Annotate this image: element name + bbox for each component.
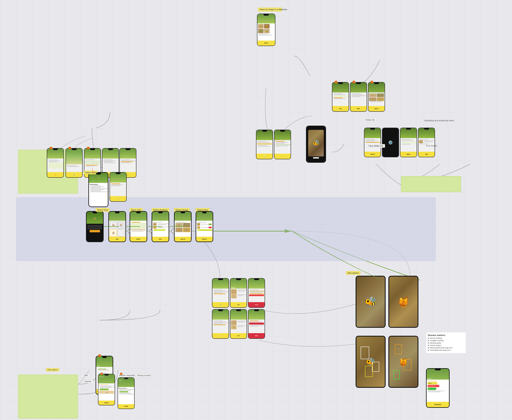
phone-after-click-1: ANALYZE [364, 128, 381, 157]
phone-connector-ua-3 [371, 81, 373, 83]
phone-menu-2: ⚙️ [66, 148, 83, 178]
phone-open-hive: SELECT [130, 211, 147, 242]
phone-upper-analysis-3: 🐝 🐝 🍯 ✓ SELECT [368, 82, 385, 112]
label-pf-filter: Filter [83, 374, 89, 377]
phone-connector-1 [50, 147, 52, 150]
phone-planned-3: Reports Weekly Report SHARE [118, 377, 135, 409]
bee-photo-large-2: 🍯 [388, 276, 418, 328]
label-click-on: #Click On [364, 118, 376, 122]
label-pf-sharing: Sharing & export [136, 374, 151, 377]
phone-bottom-3: WARN [248, 309, 265, 339]
phone-upper-analysis-1: HIVE [332, 82, 349, 112]
label-pf-calendar: Calendar [83, 380, 93, 383]
phone-result-1: RESULT [400, 128, 417, 157]
phone-final-results: Analysis Disease results Low risk Varroa… [426, 368, 450, 408]
phone-analysis-1: 📊 [256, 130, 273, 159]
phone-select-analysis: 🐝 🍯 NEXT [152, 211, 169, 242]
analysis-results-panel: Disease markers Varroa marking Fungible … [426, 332, 466, 353]
label-select-image-top: Select an image or a slideshow [258, 8, 282, 11]
phone-upper-analysis-2: NEXT [350, 82, 367, 112]
phone-connector-ua-1 [334, 81, 337, 83]
phone-beekeeping-main: 🐝 Beekeeping [89, 172, 108, 207]
bee-photo-large-1: 🐝 [356, 276, 386, 328]
three-clicks-section [16, 197, 436, 261]
phone-menu-1: 🔥 [47, 148, 64, 178]
phone-profile-1: ⚙️ [212, 278, 229, 308]
phone-connector-pf-1 [98, 354, 101, 357]
bee-detected-photo-2: 🍯 dd dd [388, 336, 418, 388]
phone-connector-ua-2 [352, 81, 355, 83]
phone-planned-2: BeeHive Pro Analysis History 📊 Chart HIS… [98, 374, 115, 405]
phone-result-2: 🐝 VIEW [418, 128, 435, 157]
planned-features-box [18, 375, 78, 419]
label-add-options: Add options [346, 271, 360, 275]
phone-three-result: 🐝 🍯 RESULTS [196, 211, 213, 242]
phone-login: 🐝 [86, 211, 104, 242]
phone-image-gallery: 🐝 🍯 🌿 🐝 SELECT [257, 14, 275, 46]
phone-connector-3 [87, 147, 89, 150]
steps-analysing-box [401, 176, 461, 192]
phone-loading: ⚙️ [382, 128, 399, 157]
phone-hive-list-2: BeeHives 🏠 🏠 LIST [230, 278, 247, 308]
phone-connector-pf-3 [120, 373, 122, 375]
phone-bee-photo-large: 🐝 [306, 126, 326, 163]
label-if-no-image: If no image [426, 144, 437, 147]
phone-bottom-2: 🏠 🐝 LIST [230, 309, 247, 339]
phone-beekeeping-2: 🔍 [110, 172, 126, 202]
label-click-analyze: Click ANALYZE [367, 144, 385, 148]
phone-analysis-results: ALERT [248, 278, 265, 308]
phone-connector-pf-2 [100, 373, 103, 375]
phone-analysis-2: ✓ [274, 130, 291, 159]
bee-detected-photo-1: 🐝 [356, 336, 386, 388]
phone-select-image: 🐝 🐝 🍯 ✓ ANALYZE [174, 211, 192, 242]
label-three-select-hive: Select Hive [96, 208, 110, 212]
label-uploading: Uploading and analyzing starts [424, 119, 454, 122]
phone-connector-2 [68, 147, 71, 150]
label-filter-options: Filter options [46, 368, 59, 371]
phone-bottom-1: 📋 [212, 309, 229, 339]
phone-hive-list: 🏠 🏠 🏠 NEXT [108, 211, 126, 242]
label-select-hive: Select Hive [84, 171, 98, 174]
